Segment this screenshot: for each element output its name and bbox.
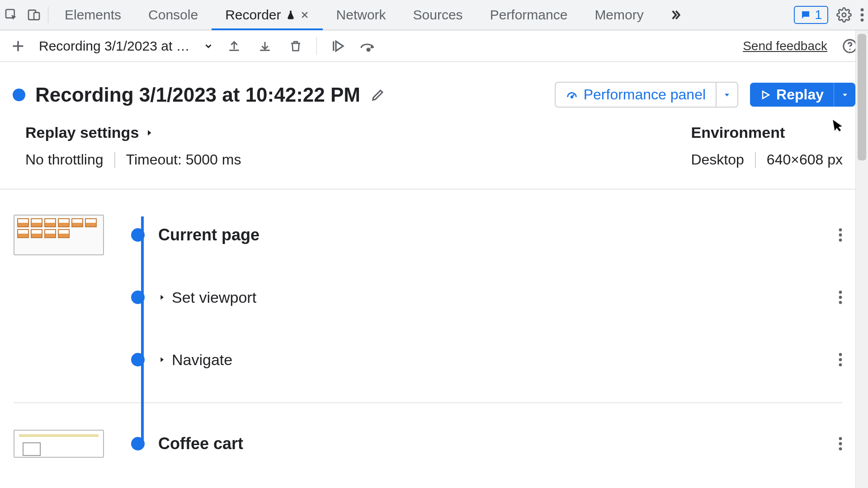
- experiment-icon: [286, 9, 296, 21]
- chevron-right-icon: [158, 355, 165, 364]
- svg-point-4: [861, 8, 864, 11]
- recording-selector[interactable]: Recording 3/1/2023 at 10…: [39, 38, 213, 54]
- svg-point-9: [849, 48, 850, 50]
- chevron-down-icon: [203, 41, 213, 51]
- chevron-right-icon: [145, 128, 153, 138]
- export-button[interactable]: [255, 36, 275, 56]
- step-row: Navigate: [14, 339, 843, 380]
- settings-strip: Replay settings No throttling Timeout: 5…: [0, 119, 868, 189]
- step-row: Coffee cart: [14, 426, 843, 462]
- step-title[interactable]: Coffee cart: [158, 434, 816, 453]
- step-group: Coffee cart: [14, 426, 843, 462]
- devtools-tabbar: Elements Console Recorder Network Source…: [0, 0, 868, 30]
- step-row: Current page: [14, 215, 843, 255]
- vertical-scrollbar[interactable]: [855, 30, 868, 488]
- chevron-right-icon: [158, 293, 165, 302]
- svg-point-21: [839, 442, 842, 446]
- inspect-icon[interactable]: [0, 0, 23, 30]
- recording-header: Recording 3/1/2023 at 10:42:22 PM Perfor…: [0, 62, 868, 119]
- step-item[interactable]: Navigate: [158, 351, 816, 369]
- replay-button[interactable]: Replay: [750, 83, 855, 107]
- svg-point-7: [367, 48, 370, 51]
- svg-point-20: [839, 437, 842, 440]
- thumbnail-spacer: [14, 277, 104, 318]
- continue-button[interactable]: [328, 36, 348, 56]
- tab-network[interactable]: Network: [323, 0, 400, 30]
- step-menu-icon[interactable]: [838, 352, 843, 367]
- play-icon: [760, 89, 771, 100]
- separator: [114, 152, 115, 168]
- timeout-value: Timeout: 5000 ms: [126, 151, 241, 168]
- svg-point-17: [839, 353, 842, 356]
- steps-list: Current page Set viewport Navigate: [0, 189, 868, 462]
- svg-point-13: [839, 239, 842, 242]
- step-menu-icon[interactable]: [838, 436, 843, 451]
- step-node-icon: [131, 437, 145, 450]
- step-over-button[interactable]: [359, 36, 378, 56]
- svg-point-14: [839, 291, 842, 294]
- tab-elements[interactable]: Elements: [51, 0, 135, 30]
- step-node-icon: [131, 353, 145, 366]
- issues-count: 1: [815, 8, 822, 22]
- svg-point-15: [839, 296, 842, 299]
- step-item[interactable]: Set viewport: [158, 289, 816, 306]
- performance-panel-button[interactable]: Performance panel: [555, 82, 738, 108]
- send-feedback-link[interactable]: Send feedback: [743, 39, 827, 53]
- close-tab-icon[interactable]: [300, 10, 309, 19]
- tab-memory[interactable]: Memory: [581, 0, 657, 30]
- gauge-icon: [566, 89, 578, 101]
- issues-badge[interactable]: 1: [794, 6, 828, 24]
- environment-device: Desktop: [691, 151, 744, 168]
- settings-icon[interactable]: [836, 7, 852, 23]
- recorder-toolbar: Recording 3/1/2023 at 10… Send feedback: [0, 30, 868, 62]
- tab-sources[interactable]: Sources: [400, 0, 476, 30]
- more-tabs-icon[interactable]: [666, 8, 684, 22]
- throttling-value: No throttling: [25, 151, 104, 168]
- step-thumbnail: [14, 215, 104, 255]
- import-button[interactable]: [224, 36, 244, 56]
- svg-point-19: [839, 363, 842, 366]
- performance-panel-dropdown[interactable]: [716, 83, 737, 107]
- thumbnail-spacer: [14, 339, 104, 380]
- timeline-rail: [141, 216, 144, 443]
- step-group: Current page Set viewport Navigate: [14, 215, 843, 403]
- step-node-icon: [131, 291, 145, 304]
- tab-recorder[interactable]: Recorder: [212, 0, 322, 30]
- replay-settings-heading[interactable]: Replay settings: [25, 124, 241, 141]
- separator: [755, 152, 756, 168]
- tab-console[interactable]: Console: [135, 0, 212, 30]
- step-row: Set viewport: [14, 277, 843, 318]
- new-recording-button[interactable]: [8, 36, 28, 56]
- device-toggle-icon[interactable]: [23, 0, 45, 30]
- more-options-icon[interactable]: [860, 7, 864, 23]
- svg-point-11: [839, 228, 842, 231]
- recording-title: Recording 3/1/2023 at 10:42:22 PM: [35, 84, 360, 106]
- replay-dropdown[interactable]: [834, 83, 855, 107]
- replay-label: Replay: [776, 86, 824, 103]
- svg-point-5: [861, 14, 864, 17]
- performance-panel-label: Performance panel: [584, 86, 706, 103]
- step-menu-icon[interactable]: [838, 227, 843, 243]
- step-node-icon: [131, 228, 145, 242]
- step-thumbnail: [14, 430, 104, 458]
- svg-point-3: [842, 13, 846, 17]
- tab-performance[interactable]: Performance: [476, 0, 581, 30]
- svg-point-22: [839, 447, 842, 450]
- recording-status-dot: [13, 89, 25, 101]
- edit-title-icon[interactable]: [370, 87, 386, 103]
- environment-viewport: 640×608 px: [767, 151, 843, 168]
- step-menu-icon[interactable]: [838, 290, 843, 305]
- svg-point-16: [839, 301, 842, 304]
- scrollbar-thumb[interactable]: [858, 34, 866, 160]
- svg-point-18: [839, 358, 842, 361]
- svg-rect-2: [34, 13, 39, 20]
- separator: [316, 37, 317, 55]
- svg-point-6: [861, 19, 864, 22]
- step-title[interactable]: Current page: [158, 225, 816, 244]
- delete-button[interactable]: [286, 36, 306, 56]
- svg-point-10: [571, 96, 573, 98]
- recording-selected-label: Recording 3/1/2023 at 10…: [39, 38, 197, 54]
- separator: [48, 7, 48, 23]
- svg-point-12: [839, 234, 842, 237]
- environment-heading: Environment: [691, 124, 843, 141]
